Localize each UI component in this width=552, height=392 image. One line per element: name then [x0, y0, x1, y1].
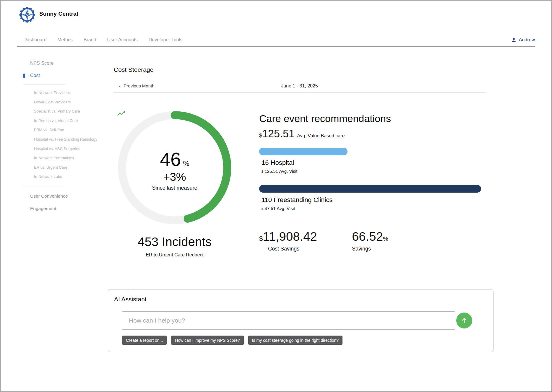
sidebar-subitem-lower-cost-providers[interactable]: Lower Cost Providers [34, 97, 97, 107]
suggestion-chip-cost-steerage-direction[interactable]: Is my cost steerage going in the right d… [248, 336, 342, 345]
cost-subitems: In-Network Providers Lower Cost Provider… [34, 88, 97, 181]
nav-item-brand[interactable]: Brand [84, 37, 96, 43]
sidebar-item-user-convenience[interactable]: User Convenience [23, 193, 97, 199]
reco-bar [259, 185, 481, 193]
gauge-unit: % [183, 160, 189, 167]
sidebar-subitem-er-vs-urgent-care[interactable]: ER vs. Urgent Care [34, 163, 97, 172]
active-item-marker [23, 74, 25, 78]
percent-symbol: % [383, 235, 388, 242]
cost-savings-label: Cost Savings [268, 246, 317, 252]
freestanding-clinics-avg-visit: $ 47.51 Avg. Visit [262, 206, 486, 211]
gauge-center-text: 46% +3% Since last measure [117, 110, 232, 225]
suggestion-chip-improve-nps[interactable]: How can I improve my NPS Score? [171, 336, 243, 345]
sidebar-item-cost-label: Cost [30, 73, 40, 78]
savings-percent-stat: 66.52% Savings [352, 230, 388, 252]
main-navbar: Dashboard Metrics Brand User Accounts De… [17, 34, 535, 47]
divider [23, 186, 65, 186]
avg-value-based-care: $125.51Avg. Value Based care [259, 129, 486, 139]
date-range: June 1 - 31, 2025 [114, 83, 485, 89]
hospital-label: 16 Hospital [262, 159, 486, 166]
gauge-caption: Since last measure [152, 185, 197, 191]
currency-symbol: $ [262, 207, 263, 211]
freestanding-clinics-label: 110 Freestanding Clinics [262, 196, 486, 204]
sidebar-subitem-specialist-vs-primary-care[interactable]: Specialist vs. Primary Care [34, 107, 97, 116]
nav-item-dashboard[interactable]: Dashboard [23, 37, 46, 43]
sidebar-subitem-in-network-providers[interactable]: In-Network Providers [34, 88, 97, 97]
nav-items: Dashboard Metrics Brand User Accounts De… [17, 37, 182, 43]
ai-assistant-input[interactable] [122, 311, 455, 330]
trend-up-icon [117, 110, 126, 117]
avg-caption: Avg. Value Based care [297, 133, 345, 138]
app-window: Sunny Central Dashboard Metrics Brand Us… [0, 0, 552, 392]
user-icon [511, 37, 517, 43]
recommendations-title: Care event recommendations [259, 113, 486, 123]
incidents-caption: ER to Urgent Care Redirect [117, 252, 232, 258]
gauge-delta: +3% [163, 171, 186, 183]
suggestion-chip-create-report[interactable]: Create a report on... [122, 336, 167, 345]
send-button[interactable] [456, 313, 472, 328]
cost-savings-value: 11,908.42 [263, 230, 317, 243]
sidebar-subitem-in-network-pharmacies[interactable]: In-Network Pharmacies [34, 153, 97, 163]
steerage-gauge: 46% +3% Since last measure [117, 110, 232, 225]
reco-bar [259, 148, 348, 155]
nav-item-user-accounts[interactable]: User Accounts [107, 37, 138, 43]
sidebar-subitem-hospital-vs-asc-surgeries[interactable]: Hospital vs. ASC Surgeries [34, 144, 97, 154]
page-title: Cost Steerage [114, 66, 153, 73]
sidebar-secondary: User Convenience Engagement [23, 193, 97, 211]
avg-value: 125.51 [262, 128, 295, 140]
nav-item-developer-tools[interactable]: Developer Tools [149, 37, 182, 43]
care-event-recommendations: Care event recommendations $125.51Avg. V… [259, 113, 486, 252]
currency-symbol: $ [259, 235, 263, 242]
ai-assistant-card: AI Assistant Create a report on... How c… [108, 289, 494, 352]
hospital-avg-caption: Avg. Visit [279, 169, 298, 174]
sidebar-subitem-pbm-vs-self-pay[interactable]: PBM vs. Self-Pay [34, 125, 97, 135]
gauge-value: 46 [160, 149, 181, 170]
sidebar-subitem-in-person-vs-virtual-care[interactable]: In-Person vs. Virtual Care [34, 116, 97, 126]
user-name: Andrew [519, 37, 535, 43]
hospital-avg-visit: $ 125.51 Avg. Visit [262, 169, 486, 174]
sidebar-item-engagement[interactable]: Engagement [23, 206, 97, 211]
arrow-up-icon [460, 317, 468, 324]
period-selector-row: ‹ Previous Month June 1 - 31, 2025 [114, 80, 485, 93]
sidebar-item-nps-score[interactable]: NPS Score [23, 61, 97, 66]
currency-symbol: $ [262, 170, 263, 173]
savings-stats: $11,908.42 Cost Savings 66.52% Savings [259, 230, 486, 252]
brand-name: Sunny Central [39, 11, 78, 17]
incidents-count: 453 Incidents [117, 235, 232, 249]
currency-symbol: $ [259, 133, 262, 139]
clinics-avg-value: 47.51 [264, 206, 276, 211]
sidebar-item-cost[interactable]: Cost [23, 73, 97, 78]
hospital-avg-value: 125.51 [264, 169, 278, 174]
sidebar-subitem-hospital-vs-free-standing-radiology[interactable]: Hospital vs. Free Standing Radiology [34, 135, 97, 144]
brand-logo-gear-compass-icon [19, 7, 35, 23]
sidebar: NPS Score Cost In-Network Providers Lowe… [23, 60, 97, 211]
savings-percent-value: 66.52 [352, 230, 383, 243]
cost-savings-stat: $11,908.42 Cost Savings [259, 230, 317, 252]
savings-percent-label: Savings [352, 246, 388, 252]
ai-assistant-title: AI Assistant [114, 296, 147, 303]
nav-item-metrics[interactable]: Metrics [57, 37, 73, 43]
sidebar-subitem-in-network-labs[interactable]: In-Network Labs [34, 172, 97, 181]
divider [23, 84, 65, 84]
suggestion-chips: Create a report on... How can I improve … [122, 336, 342, 345]
user-menu[interactable]: Andrew [511, 37, 535, 43]
clinics-avg-caption: Avg. Visit [277, 206, 295, 211]
